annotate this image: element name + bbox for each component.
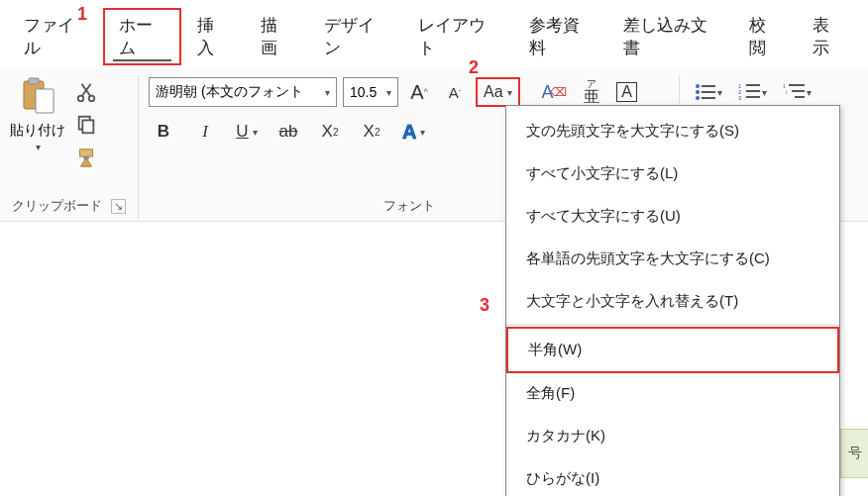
svg-rect-1 xyxy=(29,78,39,84)
shrink-font-button[interactable]: Aˇ xyxy=(440,77,470,107)
chevron-down-icon: ▾ xyxy=(420,127,425,138)
clipboard-icon xyxy=(18,77,57,120)
bold-button[interactable]: B xyxy=(149,117,178,147)
tab-review[interactable]: 校閲 xyxy=(733,8,797,65)
tab-insert[interactable]: 挿入 xyxy=(181,8,245,65)
tab-references[interactable]: 参考資料 xyxy=(513,8,608,65)
italic-button[interactable]: I xyxy=(190,117,220,147)
chevron-down-icon: ▾ xyxy=(36,142,41,152)
side-badge: 号 xyxy=(840,429,868,478)
tab-home-label: ホーム xyxy=(119,16,153,57)
svg-point-4 xyxy=(89,96,95,102)
menu-katakana[interactable]: カタカナ(K) xyxy=(506,415,839,457)
chevron-down-icon: ▾ xyxy=(325,87,330,98)
menu-hiragana[interactable]: ひらがな(I) xyxy=(506,457,839,496)
menu-sentence-case[interactable]: 文の先頭文字を大文字にする(S) xyxy=(506,110,839,152)
svg-rect-14 xyxy=(702,97,715,99)
underline-button[interactable]: U ▾ xyxy=(232,117,262,147)
format-painter-button[interactable] xyxy=(75,147,97,171)
change-case-menu: 文の先頭文字を大文字にする(S) すべて小文字にする(L) すべて大文字にする(… xyxy=(505,105,840,496)
annotation-1: 1 xyxy=(77,4,87,25)
grow-font-button[interactable]: A^ xyxy=(404,77,434,107)
svg-rect-7 xyxy=(80,149,93,156)
tab-active-underline xyxy=(113,59,172,61)
menu-half-width[interactable]: 半角(W) xyxy=(506,327,839,373)
paste-button[interactable]: 貼り付け ▾ xyxy=(10,77,65,152)
chevron-down-icon: ▾ xyxy=(762,87,767,98)
chevron-down-icon: ▾ xyxy=(386,87,391,98)
svg-rect-16 xyxy=(746,84,760,86)
chevron-down-icon: ▾ xyxy=(807,87,812,98)
clipboard-dialog-launcher[interactable]: ↘ xyxy=(111,199,126,214)
annotation-2: 2 xyxy=(469,57,479,78)
font-name-value: 游明朝 (本文のフォント xyxy=(156,83,303,101)
cut-button[interactable] xyxy=(75,81,97,106)
font-size-combo[interactable]: 10.5 ▾ xyxy=(343,77,398,107)
paste-label: 貼り付け xyxy=(10,122,65,140)
tab-design[interactable]: デザイン xyxy=(308,8,403,65)
svg-text:3: 3 xyxy=(738,95,742,101)
change-case-label: Aa xyxy=(484,83,503,101)
tab-mailings[interactable]: 差し込み文書 xyxy=(607,8,733,65)
clear-formatting-button[interactable]: A⌫ xyxy=(538,77,571,107)
tab-view[interactable]: 表示 xyxy=(797,8,860,65)
group-clipboard: 貼り付け ▾ クリップボード ↘ xyxy=(0,75,139,219)
svg-point-13 xyxy=(696,96,700,100)
svg-rect-6 xyxy=(82,120,93,133)
menu-uppercase[interactable]: すべて大文字にする(U) xyxy=(506,195,839,238)
svg-point-11 xyxy=(696,90,700,94)
svg-rect-10 xyxy=(702,85,715,87)
tab-file[interactable]: ファイル xyxy=(8,8,103,65)
chevron-down-icon: ▾ xyxy=(717,87,722,98)
svg-text:i: i xyxy=(786,89,787,95)
multilevel-list-button[interactable]: 1i ▾ xyxy=(779,77,815,107)
svg-rect-22 xyxy=(789,84,805,86)
numbering-button[interactable]: 123 ▾ xyxy=(734,77,771,107)
phonetic-guide-button[interactable]: ア 亜 xyxy=(577,77,606,107)
tab-draw[interactable]: 描画 xyxy=(245,8,308,65)
chevron-down-icon: ▾ xyxy=(253,127,258,138)
svg-rect-20 xyxy=(746,96,760,98)
svg-point-9 xyxy=(696,84,700,88)
subscript-button[interactable]: X2 xyxy=(315,117,345,147)
menu-full-width[interactable]: 全角(F) xyxy=(506,372,839,415)
menu-toggle-case[interactable]: 大文字と小文字を入れ替える(T) xyxy=(506,280,839,323)
ribbon-tabs: ファイル ホーム 挿入 描画 デザイン レイアウト 参考資料 差し込み文書 校閲… xyxy=(0,0,868,69)
bullets-button[interactable]: ▾ xyxy=(690,77,726,107)
font-name-combo[interactable]: 游明朝 (本文のフォント ▾ xyxy=(149,77,337,107)
menu-lowercase[interactable]: すべて小文字にする(L) xyxy=(506,152,839,195)
tab-home[interactable]: ホーム xyxy=(103,8,182,65)
font-size-value: 10.5 xyxy=(350,84,377,100)
svg-rect-18 xyxy=(746,90,760,92)
svg-rect-12 xyxy=(702,91,715,93)
character-border-button[interactable]: A xyxy=(612,77,642,107)
chevron-down-icon: ▾ xyxy=(507,87,512,98)
superscript-button[interactable]: X2 xyxy=(357,117,386,147)
tab-layout[interactable]: レイアウト xyxy=(402,8,512,65)
annotation-3: 3 xyxy=(480,295,489,316)
svg-point-3 xyxy=(78,96,84,102)
menu-capitalize-each-word[interactable]: 各単語の先頭文字を大文字にする(C) xyxy=(506,238,839,280)
svg-rect-2 xyxy=(36,89,54,113)
text-effects-button[interactable]: A ▾ xyxy=(398,117,429,147)
svg-rect-25 xyxy=(795,96,805,98)
strikethrough-button[interactable]: ab xyxy=(273,117,303,147)
menu-separator xyxy=(506,325,839,326)
change-case-button[interactable]: Aa ▾ xyxy=(476,77,520,107)
group-clipboard-label: クリップボード ↘ xyxy=(10,197,128,217)
svg-rect-24 xyxy=(792,90,805,92)
copy-button[interactable] xyxy=(75,114,97,139)
